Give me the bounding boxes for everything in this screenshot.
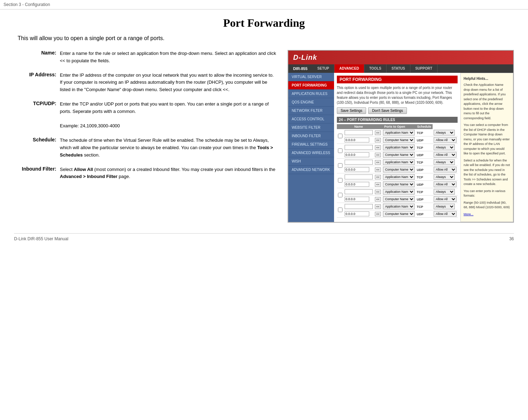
nav-setup[interactable]: SETUP bbox=[313, 64, 334, 73]
name-label: Name: bbox=[14, 50, 60, 65]
computer-name-select[interactable]: Computer Name bbox=[383, 167, 415, 172]
name-input[interactable] bbox=[345, 145, 373, 150]
col-check bbox=[337, 124, 344, 129]
hint-item: You can select a computer from the list … bbox=[464, 123, 510, 156]
arrow-button[interactable]: << bbox=[375, 160, 381, 165]
inbound-filter-select[interactable]: Allow All bbox=[434, 196, 457, 202]
inbound-label: Inbound Filter: bbox=[14, 166, 60, 181]
inbound-filter-select[interactable]: Allow All bbox=[434, 211, 457, 217]
computer-name-select[interactable]: Computer Name bbox=[383, 196, 415, 202]
app-name-select[interactable]: Application Name bbox=[383, 159, 415, 165]
sidebar-network-filter[interactable]: NETWORK FILTER bbox=[288, 107, 334, 115]
sidebar-qos-engine[interactable]: QOS ENGINE bbox=[288, 98, 334, 107]
computer-name-select[interactable]: Computer Name bbox=[383, 182, 415, 187]
app-name-select[interactable]: Application Name bbox=[383, 130, 415, 135]
arrow-button[interactable]: << bbox=[375, 175, 381, 179]
name-input[interactable] bbox=[345, 130, 373, 135]
name-input[interactable] bbox=[345, 189, 373, 194]
ip-cell bbox=[344, 181, 374, 188]
tcp-label-cell: TCP bbox=[416, 144, 433, 151]
nav-tools[interactable]: TOOLS bbox=[364, 64, 386, 73]
rule-checkbox[interactable] bbox=[338, 148, 342, 153]
nav-support[interactable]: SUPPORT bbox=[410, 64, 438, 73]
schedule-select[interactable]: Always bbox=[434, 189, 455, 195]
nav-advanced[interactable]: ADVANCED bbox=[334, 64, 364, 73]
app-cell: << bbox=[374, 144, 382, 151]
rule-checkbox[interactable] bbox=[338, 193, 342, 197]
app-name-select[interactable]: Application Name bbox=[383, 174, 415, 180]
table-row: << Computer Name UDP Allow All bbox=[337, 181, 458, 188]
inbound-filter-select[interactable]: Allow All bbox=[434, 182, 457, 187]
name-input[interactable] bbox=[345, 204, 373, 209]
computer-arrow-button[interactable]: << bbox=[375, 167, 381, 172]
udp-label-cell: UDP bbox=[416, 136, 433, 144]
schedule-select[interactable]: Always bbox=[434, 145, 455, 150]
computer-arrow-button[interactable]: << bbox=[375, 153, 381, 157]
ip-input[interactable] bbox=[345, 197, 369, 202]
ip-input[interactable] bbox=[345, 211, 369, 216]
sidebar-port-forwarding[interactable]: PORT FORWARDING bbox=[288, 81, 334, 90]
schedule-select[interactable]: Always bbox=[434, 204, 455, 209]
sidebar-inbound-filter[interactable]: INBOUND FILTER bbox=[288, 132, 334, 140]
arrow-button[interactable]: << bbox=[375, 145, 381, 150]
computer-name-select[interactable]: Computer Name bbox=[383, 152, 415, 158]
app-name-select[interactable]: Application Name bbox=[383, 145, 415, 150]
nav-status[interactable]: STATUS bbox=[386, 64, 410, 73]
inbound-filter-select[interactable]: Allow All bbox=[434, 152, 457, 158]
arrow-button[interactable]: << bbox=[375, 204, 381, 209]
name-input[interactable] bbox=[345, 160, 373, 165]
app-select-cell: Application Name bbox=[382, 173, 416, 181]
table-row: << Computer Name UDP Allow All bbox=[337, 166, 458, 173]
computer-name-select[interactable]: Computer Name bbox=[383, 137, 415, 143]
sidebar-advanced-network[interactable]: ADVANCED NETWORK bbox=[288, 166, 334, 174]
col-name: Name bbox=[344, 124, 374, 129]
computer-arrow-button[interactable]: << bbox=[375, 138, 381, 142]
schedule-select[interactable]: Always bbox=[434, 174, 455, 180]
rule-checkbox[interactable] bbox=[338, 163, 342, 168]
save-settings-button[interactable]: Save Settings bbox=[337, 107, 366, 114]
name-input[interactable] bbox=[345, 174, 373, 179]
tcp-label-cell: TCP bbox=[416, 129, 433, 136]
computer-arrow-button[interactable]: << bbox=[375, 197, 381, 202]
table-row: << Application Name TCP Always bbox=[337, 144, 458, 151]
arrow-button[interactable]: << bbox=[375, 190, 381, 194]
sidebar-virtual-server[interactable]: VIRTUAL SERVER bbox=[288, 73, 334, 81]
app-name-select[interactable]: Application Name bbox=[383, 189, 415, 195]
inbound-filter-select[interactable]: Allow All bbox=[434, 167, 457, 172]
computer-select-cell: Computer Name bbox=[382, 136, 416, 144]
sidebar-advanced-wireless[interactable]: ADVANCED WIRELESS bbox=[288, 149, 334, 157]
schedule-cell: Always bbox=[433, 144, 458, 151]
schedule-select[interactable]: Always bbox=[434, 130, 455, 135]
rule-checkbox[interactable] bbox=[338, 134, 342, 138]
sidebar-firewall-settings[interactable]: FIREWALL SETTINGS bbox=[288, 140, 334, 149]
arrow-button[interactable]: << bbox=[375, 131, 381, 135]
sidebar-access-control[interactable]: ACCESS CONTROL bbox=[288, 115, 334, 123]
table-row: << Computer Name UDP Allow All bbox=[337, 196, 458, 203]
rule-checkbox-cell bbox=[337, 203, 344, 218]
hint-item[interactable]: More... bbox=[464, 212, 510, 217]
computer-arrow-cell: << bbox=[374, 196, 382, 203]
rule-checkbox[interactable] bbox=[338, 178, 342, 183]
ip-input[interactable] bbox=[345, 138, 369, 142]
pf-rules-header: 24 -- PORT FORWARDING RULES bbox=[337, 117, 458, 123]
rule-checkbox[interactable] bbox=[338, 208, 342, 212]
sidebar-website-filter[interactable]: WEBSITE FILTER bbox=[288, 123, 334, 132]
computer-arrow-button[interactable]: << bbox=[375, 182, 381, 187]
table-row: << Computer Name UDP Allow All bbox=[337, 136, 458, 144]
ip-desc: Enter the IP address of the computer on … bbox=[60, 72, 277, 94]
sidebar-wish[interactable]: WISH bbox=[288, 157, 334, 166]
dont-save-settings-button[interactable]: Don't Save Settings bbox=[368, 107, 407, 114]
app-name-select[interactable]: Application Name bbox=[383, 204, 415, 209]
ip-input[interactable] bbox=[345, 182, 369, 187]
pf-title: PORT FORWARDING bbox=[337, 76, 458, 83]
ip-input[interactable] bbox=[345, 167, 369, 172]
ip-input[interactable] bbox=[345, 152, 369, 157]
rule-checkbox-cell bbox=[337, 188, 344, 203]
table-row: << Application Name TCP Always bbox=[337, 129, 458, 136]
inbound-filter-select[interactable]: Allow All bbox=[434, 137, 457, 143]
schedule-select[interactable]: Always bbox=[434, 159, 455, 165]
sidebar-application-rules[interactable]: APPLICATION RULES bbox=[288, 90, 334, 98]
computer-name-select[interactable]: Computer Name bbox=[383, 211, 415, 217]
computer-arrow-button[interactable]: << bbox=[375, 212, 381, 216]
inbound-desc: Select Allow All (most common) or a crea… bbox=[60, 166, 277, 181]
